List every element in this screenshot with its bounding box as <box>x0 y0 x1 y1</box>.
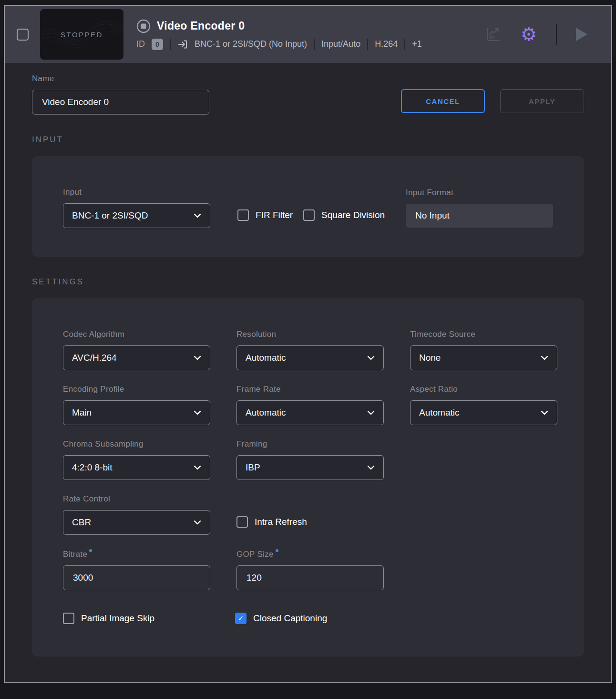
stopped-state-icon <box>136 19 151 33</box>
codec-algorithm-select[interactable]: AVC/H.264 <box>63 345 210 370</box>
intra-refresh-label: Intra Refresh <box>255 517 307 527</box>
aspect-ratio-field: Aspect Ratio Automatic <box>410 385 557 425</box>
framing-select[interactable]: IBP <box>236 455 384 480</box>
settings-gear-icon[interactable]: ⚙ <box>521 26 537 42</box>
encoding-profile-select[interactable]: Main <box>63 400 210 425</box>
rate-control-select[interactable]: CBR <box>63 510 210 535</box>
codec-algorithm-value: AVC/H.264 <box>72 353 117 363</box>
rate-control-field: Rate Control CBR <box>63 494 210 535</box>
chevron-down-icon <box>194 465 201 470</box>
framing-field: Framing IBP <box>236 439 384 480</box>
header-actions: ⚙ <box>484 24 587 45</box>
input-section-panel: Input BNC-1 or 2SI/SQD ✓ FIR Filter <box>32 156 584 257</box>
frame-rate-field: Frame Rate Automatic <box>236 385 384 425</box>
chroma-subsampling-field: Chroma Subsampling 4:2:0 8-bit <box>63 439 210 480</box>
encoding-profile-label: Encoding Profile <box>63 385 210 394</box>
resolution-select[interactable]: Automatic <box>236 345 384 370</box>
framing-label: Framing <box>236 439 384 449</box>
input-section-title: INPUT <box>32 135 584 145</box>
chevron-down-icon <box>194 410 201 415</box>
bitrate-field: Bitrate <box>63 549 210 590</box>
input-label: Input <box>63 188 210 197</box>
input-source-icon <box>177 39 188 50</box>
rate-control-value: CBR <box>72 517 91 528</box>
fir-filter-checkbox[interactable]: ✓ FIR Filter <box>237 209 293 221</box>
gop-size-field: GOP Size <box>236 549 384 590</box>
intra-refresh-checkbox-box[interactable]: ✓ <box>236 516 248 528</box>
partial-image-skip-label: Partial Image Skip <box>81 613 154 624</box>
input-select[interactable]: BNC-1 or 2SI/SQD <box>63 203 210 228</box>
framing-value: IBP <box>246 462 260 473</box>
closed-captioning-checkbox-box[interactable]: ✓ <box>235 613 246 624</box>
settings-section-panel: Codec Algorithm AVC/H.264 Resolution Aut… <box>32 298 584 657</box>
cancel-button[interactable]: CANCEL <box>401 89 485 113</box>
encoder-card: STOPPED Video Encoder 0 ID 0 <box>4 5 612 683</box>
input-select-value: BNC-1 or 2SI/SQD <box>72 210 148 221</box>
required-indicator <box>89 549 92 552</box>
chevron-down-icon <box>194 520 201 525</box>
statistics-chart-icon[interactable] <box>484 26 502 43</box>
id-label: ID <box>136 39 145 49</box>
name-input[interactable] <box>32 90 209 115</box>
timecode-source-field: Timecode Source None <box>410 330 557 370</box>
select-encoder-checkbox[interactable] <box>17 29 29 41</box>
closed-captioning-checkbox[interactable]: ✓ Closed Captioning <box>235 613 381 624</box>
apply-button[interactable]: APPLY <box>500 89 584 113</box>
chevron-down-icon <box>541 355 548 360</box>
aspect-ratio-select[interactable]: Automatic <box>410 400 557 425</box>
preview-thumbnail: STOPPED <box>40 9 123 60</box>
timecode-source-value: None <box>419 353 441 363</box>
input-format-value: No Input <box>406 204 553 228</box>
timecode-source-label: Timecode Source <box>410 330 557 339</box>
check-icon: ✓ <box>238 614 244 623</box>
intra-refresh-checkbox[interactable]: ✓ Intra Refresh <box>236 516 382 528</box>
meta-codec: H.264 <box>375 39 398 49</box>
input-format-label: Input Format <box>406 188 553 198</box>
resolution-label: Resolution <box>236 330 384 339</box>
aspect-ratio-value: Automatic <box>419 407 459 418</box>
input-format-field: Input Format No Input <box>406 188 553 228</box>
page: STOPPED Video Encoder 0 ID 0 <box>0 0 616 699</box>
actions-divider <box>556 24 557 45</box>
frame-rate-label: Frame Rate <box>236 385 384 394</box>
resolution-value: Automatic <box>246 353 286 363</box>
frame-rate-value: Automatic <box>246 407 286 418</box>
name-label: Name <box>32 74 209 83</box>
meta-divider <box>314 39 315 50</box>
encoder-meta: ID 0 BNC-1 or 2SI/SQD (No Input) Input/A… <box>136 39 422 50</box>
encoder-header: STOPPED Video Encoder 0 ID 0 <box>5 6 611 63</box>
fir-filter-checkbox-box[interactable]: ✓ <box>237 209 249 221</box>
gop-size-input[interactable] <box>236 565 384 590</box>
rate-control-label: Rate Control <box>63 494 210 504</box>
chroma-subsampling-value: 4:2:0 8-bit <box>72 462 113 473</box>
aspect-ratio-label: Aspect Ratio <box>410 385 557 394</box>
chevron-down-icon <box>541 410 548 415</box>
frame-rate-select[interactable]: Automatic <box>236 400 384 425</box>
encoder-title: Video Encoder 0 <box>157 20 245 32</box>
bitrate-input[interactable] <box>63 565 210 590</box>
meta-input-source: BNC-1 or 2SI/SQD (No Input) <box>195 39 307 49</box>
timecode-source-select[interactable]: None <box>410 345 557 370</box>
chevron-down-icon <box>194 355 201 360</box>
chroma-subsampling-select[interactable]: 4:2:0 8-bit <box>63 455 210 480</box>
status-badge: STOPPED <box>61 31 103 39</box>
required-indicator <box>276 549 278 552</box>
gop-size-label-text: GOP Size <box>236 550 274 559</box>
settings-section-title: SETTINGS <box>32 277 584 287</box>
chroma-subsampling-label: Chroma Subsampling <box>63 439 210 449</box>
input-field: Input BNC-1 or 2SI/SQD <box>63 188 210 228</box>
closed-captioning-label: Closed Captioning <box>253 613 327 624</box>
chevron-down-icon <box>367 465 375 470</box>
resolution-field: Resolution Automatic <box>236 330 384 370</box>
square-division-checkbox[interactable]: ✓ Square Division <box>303 209 385 221</box>
chevron-down-icon <box>367 355 375 360</box>
gop-size-label: GOP Size <box>236 549 384 559</box>
start-encoder-play-button[interactable] <box>576 28 587 41</box>
meta-divider <box>367 39 368 50</box>
square-division-checkbox-box[interactable]: ✓ <box>303 209 315 221</box>
partial-image-skip-checkbox[interactable]: ✓ Partial Image Skip <box>63 613 209 624</box>
partial-image-skip-checkbox-box[interactable]: ✓ <box>63 613 74 624</box>
meta-divider <box>170 39 171 50</box>
bitrate-label-text: Bitrate <box>63 550 87 559</box>
encoding-profile-field: Encoding Profile Main <box>63 385 210 425</box>
